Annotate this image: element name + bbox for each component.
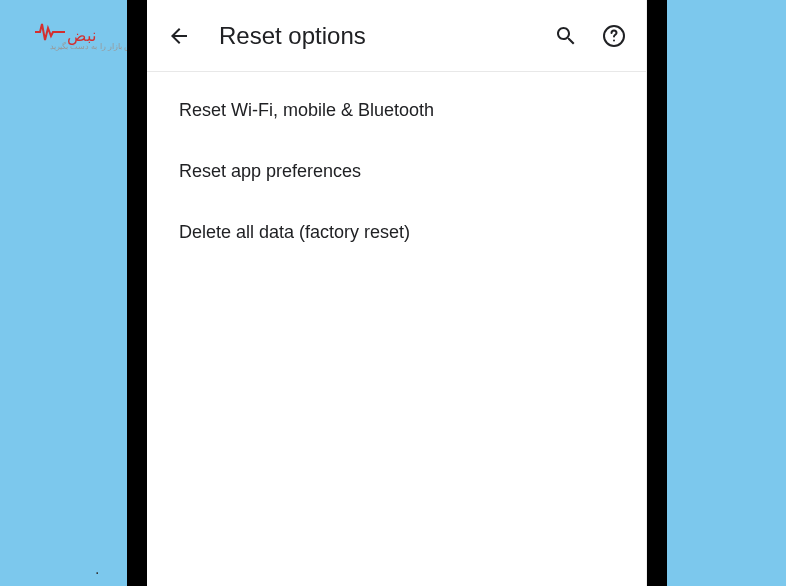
option-factory-reset[interactable]: Delete all data (factory reset) <box>147 202 646 263</box>
option-reset-wifi[interactable]: Reset Wi-Fi, mobile & Bluetooth <box>147 80 646 141</box>
watermark-pulse-icon <box>35 20 65 50</box>
svg-point-1 <box>613 39 615 41</box>
option-reset-app-prefs[interactable]: Reset app preferences <box>147 141 646 202</box>
decorative-dot: . <box>95 560 99 578</box>
watermark-logo: نبض <box>35 20 96 50</box>
watermark-text: نبض <box>67 26 96 45</box>
page-title: Reset options <box>219 22 554 50</box>
app-header: Reset options <box>147 0 646 72</box>
help-icon[interactable] <box>602 24 626 48</box>
phone-screen: Reset options Reset Wi-Fi, mobile & Blue… <box>147 0 647 586</box>
phone-frame: Reset options Reset Wi-Fi, mobile & Blue… <box>127 0 667 586</box>
back-arrow-icon[interactable] <box>167 24 191 48</box>
options-list: Reset Wi-Fi, mobile & Bluetooth Reset ap… <box>147 72 646 271</box>
search-icon[interactable] <box>554 24 578 48</box>
